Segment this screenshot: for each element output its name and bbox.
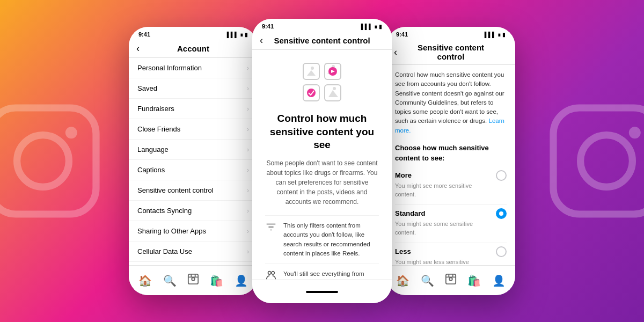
- svg-marker-22: [328, 90, 338, 97]
- menu-item-contacts[interactable]: Contacts Syncing ›: [129, 201, 258, 221]
- back-button-right[interactable]: ‹: [394, 47, 407, 58]
- svg-point-25: [272, 272, 275, 275]
- reels-icon-left[interactable]: [187, 273, 199, 288]
- signal-icon-center: ▌▌▌: [361, 24, 372, 30]
- feature-text-filter: This only filters content from accounts …: [283, 221, 379, 258]
- feature-item-filter: This only filters content from accounts …: [265, 215, 379, 264]
- account-list: Personal Information › Saved › Fundraise…: [129, 58, 258, 295]
- sensitive-content-icon: [301, 61, 343, 104]
- account-title: Account: [149, 44, 237, 53]
- svg-rect-28: [446, 274, 456, 284]
- battery-icon-center: ▮: [379, 24, 382, 30]
- radio-standard[interactable]: [496, 208, 507, 219]
- phone-center: 9:41 ▌▌▌ ∎ ▮ ‹ Sensitive content control: [252, 19, 392, 303]
- status-icons-right: ▌▌▌ ∎ ▮: [485, 32, 506, 38]
- home-icon-left[interactable]: 🏠: [138, 274, 152, 287]
- profile-icon-left[interactable]: 👤: [235, 274, 248, 287]
- back-button-center[interactable]: ‹: [260, 35, 273, 46]
- menu-item-sensitive[interactable]: Sensitive content control ›: [129, 180, 258, 201]
- svg-point-23: [333, 87, 336, 90]
- menu-item-cellular[interactable]: Cellular Data Use ›: [129, 241, 258, 262]
- center-nav-title: Sensitive content control: [273, 36, 371, 45]
- svg-point-7: [192, 277, 195, 281]
- svg-point-13: [311, 67, 314, 70]
- shop-icon-left[interactable]: 🛍️: [210, 274, 223, 287]
- svg-point-24: [268, 272, 272, 275]
- svg-rect-6: [188, 274, 198, 284]
- right-nav-title: Sensitive content control: [407, 43, 495, 61]
- radio-more[interactable]: [496, 170, 507, 181]
- menu-item-close-friends[interactable]: Close Friends ›: [129, 119, 258, 140]
- right-content: Control how much sensitive content you s…: [386, 65, 515, 295]
- chevron-icon: ›: [247, 228, 249, 235]
- menu-item-fundraisers[interactable]: Fundraisers ›: [129, 99, 258, 119]
- status-icons-left: ▌▌▌ ∎ ▮: [227, 32, 248, 38]
- bottom-nav-left: 🏠 🔍 🛍️ 👤: [129, 265, 258, 295]
- chevron-icon: ›: [247, 85, 249, 92]
- svg-point-20: [307, 89, 316, 97]
- chevron-icon: ›: [247, 187, 249, 194]
- phone-left: 9:41 ▌▌▌ ∎ ▮ ‹ Account Personal Informat…: [129, 27, 258, 295]
- menu-item-sharing[interactable]: Sharing to Other Apps ›: [129, 221, 258, 241]
- nav-bar-right: ‹ Sensitive content control: [386, 40, 515, 65]
- menu-item-language[interactable]: Language ›: [129, 140, 258, 160]
- nav-bar-left: ‹ Account: [129, 40, 258, 58]
- wifi-icon-left: ∎: [240, 32, 243, 38]
- phone-right: 9:41 ▌▌▌ ∎ ▮ ‹ Sensitive content control…: [386, 27, 515, 295]
- signal-icon-right: ▌▌▌: [485, 32, 496, 38]
- chevron-icon: ›: [247, 248, 249, 255]
- battery-icon-right: ▮: [502, 32, 506, 38]
- menu-item-personal[interactable]: Personal Information ›: [129, 58, 258, 78]
- time-left: 9:41: [138, 31, 150, 38]
- home-icon-right[interactable]: 🏠: [396, 274, 409, 287]
- chevron-icon: ›: [247, 207, 249, 215]
- center-content: Control how much sensitive content you s…: [252, 50, 392, 303]
- chevron-icon: ›: [247, 126, 249, 133]
- menu-item-captions[interactable]: Captions ›: [129, 160, 258, 180]
- search-icon-right[interactable]: 🔍: [421, 274, 434, 287]
- radio-less[interactable]: [496, 246, 507, 257]
- right-intro: Control how much sensitive content you s…: [395, 70, 507, 135]
- status-icons-center: ▌▌▌ ∎ ▮: [361, 24, 382, 30]
- status-bar-right: 9:41 ▌▌▌ ∎ ▮: [386, 27, 515, 40]
- time-center: 9:41: [262, 23, 274, 30]
- bottom-nav-center: [252, 280, 392, 303]
- status-bar-left: 9:41 ▌▌▌ ∎ ▮: [129, 27, 258, 40]
- status-bar-center: 9:41 ▌▌▌ ∎ ▮: [252, 19, 392, 32]
- chevron-icon: ›: [247, 105, 249, 113]
- reels-icon-right[interactable]: [445, 273, 457, 288]
- chevron-icon: ›: [247, 146, 249, 153]
- search-icon-left[interactable]: 🔍: [163, 274, 177, 287]
- bottom-nav-right: 🏠 🔍 🛍️ 👤: [386, 265, 515, 295]
- chevron-icon: ›: [247, 166, 249, 174]
- filter-icon: [265, 221, 277, 233]
- section-label: Choose how much sensitive content to see…: [395, 143, 507, 164]
- chevron-icon: ›: [247, 64, 249, 72]
- center-heading: Control how much sensitive content you s…: [265, 112, 379, 152]
- svg-point-29: [449, 277, 452, 281]
- svg-marker-12: [307, 70, 316, 76]
- option-standard[interactable]: Standard You might see some sensitive co…: [395, 204, 507, 237]
- back-button-left[interactable]: ‹: [136, 43, 149, 54]
- option-more[interactable]: More You might see more sensitive conten…: [395, 170, 507, 199]
- nav-bar-center: ‹ Sensitive content control: [252, 32, 392, 50]
- phones-container: 9:41 ▌▌▌ ∎ ▮ ‹ Account Personal Informat…: [0, 0, 644, 322]
- profile-icon-right[interactable]: 👤: [492, 274, 506, 287]
- center-description: Some people don't want to see content ab…: [265, 158, 379, 207]
- time-right: 9:41: [396, 31, 408, 38]
- battery-icon-left: ▮: [245, 32, 248, 38]
- menu-item-saved[interactable]: Saved ›: [129, 78, 258, 99]
- wifi-icon-center: ∎: [374, 24, 377, 30]
- shop-icon-right[interactable]: 🛍️: [467, 274, 481, 287]
- signal-icon-left: ▌▌▌: [227, 32, 238, 38]
- wifi-icon-right: ∎: [497, 32, 501, 38]
